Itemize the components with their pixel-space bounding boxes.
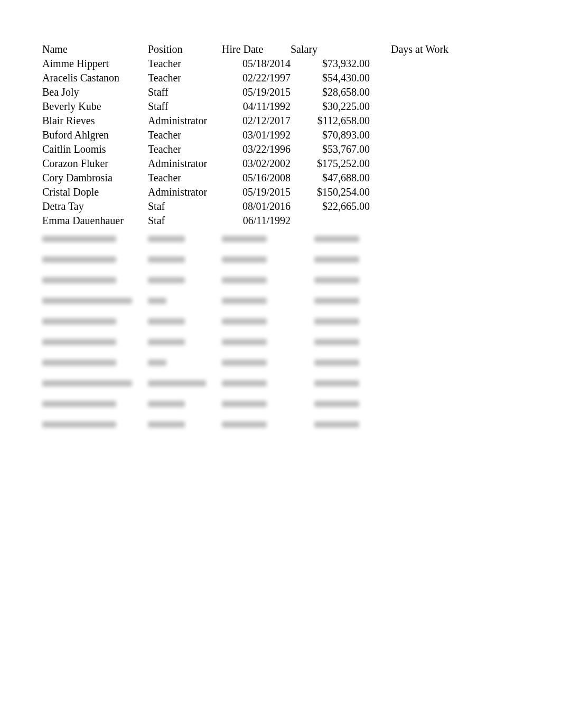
- table-row: Cory Dambrosia Teacher 05/16/2008 $47,68…: [42, 171, 454, 185]
- obscured-text: [148, 331, 222, 352]
- cell-position: Administrator: [148, 156, 222, 171]
- cell-hire-date: 08/01/2016: [222, 199, 291, 214]
- col-header-position: Position: [148, 42, 222, 57]
- cell-days: [370, 199, 454, 214]
- table-row-obscured: [42, 352, 454, 372]
- obscured-text: [42, 310, 148, 331]
- obscured-text: [291, 393, 370, 413]
- cell-position: Staf: [148, 214, 222, 228]
- obscured-text: [291, 352, 370, 372]
- cell-name: Corazon Fluker: [42, 156, 148, 171]
- table-row-obscured: [42, 393, 454, 413]
- obscured-text: [222, 352, 291, 372]
- cell-salary: $53,767.00: [291, 142, 370, 156]
- cell-position: Teacher: [148, 128, 222, 142]
- obscured-text: [148, 372, 222, 393]
- obscured-text: [222, 290, 291, 310]
- table-row: Bea Joly Staff 05/19/2015 $28,658.00: [42, 85, 454, 99]
- cell-salary: $150,254.00: [291, 185, 370, 199]
- obscured-text: [291, 248, 370, 269]
- obscured-text: [370, 393, 454, 413]
- cell-hire-date: 03/22/1996: [222, 142, 291, 156]
- table-row: Corazon Fluker Administrator 03/02/2002 …: [42, 156, 454, 171]
- cell-hire-date: 02/12/2017: [222, 114, 291, 128]
- col-header-days: Days at Work: [370, 42, 454, 57]
- table-row: Cristal Dople Administrator 05/19/2015 $…: [42, 185, 454, 199]
- cell-hire-date: 05/18/2014: [222, 57, 291, 71]
- table-row-obscured: [42, 331, 454, 352]
- obscured-text: [42, 413, 148, 434]
- obscured-text: [291, 331, 370, 352]
- cell-hire-date: 03/02/2002: [222, 156, 291, 171]
- cell-name: Cory Dambrosia: [42, 171, 148, 185]
- table-row: Emma Dauenhauer Staf 06/11/1992: [42, 214, 454, 228]
- cell-hire-date: 03/01/1992: [222, 128, 291, 142]
- obscured-text: [42, 331, 148, 352]
- employee-table: Name Position Hire Date Salary Days at W…: [42, 42, 454, 434]
- cell-name: Aracelis Castanon: [42, 71, 148, 85]
- cell-days: [370, 128, 454, 142]
- obscured-text: [291, 372, 370, 393]
- cell-position: Teacher: [148, 71, 222, 85]
- obscured-text: [42, 393, 148, 413]
- cell-hire-date: 02/22/1997: [222, 71, 291, 85]
- obscured-text: [148, 352, 222, 372]
- cell-salary: $175,252.00: [291, 156, 370, 171]
- obscured-text: [370, 290, 454, 310]
- cell-salary: $73,932.00: [291, 57, 370, 71]
- cell-hire-date: 05/19/2015: [222, 85, 291, 99]
- obscured-text: [148, 393, 222, 413]
- table-row: Beverly Kube Staff 04/11/1992 $30,225.00: [42, 99, 454, 114]
- obscured-text: [222, 269, 291, 290]
- obscured-text: [148, 228, 222, 248]
- obscured-text: [370, 310, 454, 331]
- obscured-text: [42, 228, 148, 248]
- cell-salary: $112,658.00: [291, 114, 370, 128]
- cell-salary: $54,430.00: [291, 71, 370, 85]
- obscured-text: [42, 269, 148, 290]
- table-row: Aracelis Castanon Teacher 02/22/1997 $54…: [42, 71, 454, 85]
- table-row: Blair Rieves Administrator 02/12/2017 $1…: [42, 114, 454, 128]
- cell-position: Teacher: [148, 142, 222, 156]
- obscured-text: [42, 248, 148, 269]
- cell-name: Emma Dauenhauer: [42, 214, 148, 228]
- table-row: Caitlin Loomis Teacher 03/22/1996 $53,76…: [42, 142, 454, 156]
- cell-days: [370, 85, 454, 99]
- table-row: Buford Ahlgren Teacher 03/01/1992 $70,89…: [42, 128, 454, 142]
- cell-name: Blair Rieves: [42, 114, 148, 128]
- obscured-text: [222, 228, 291, 248]
- table-row: Aimme Hippert Teacher 05/18/2014 $73,932…: [42, 57, 454, 71]
- cell-days: [370, 57, 454, 71]
- table-row-obscured: [42, 310, 454, 331]
- table-row-obscured: [42, 290, 454, 310]
- obscured-text: [222, 248, 291, 269]
- obscured-text: [148, 290, 222, 310]
- cell-name: Detra Tay: [42, 199, 148, 214]
- cell-days: [370, 156, 454, 171]
- cell-name: Beverly Kube: [42, 99, 148, 114]
- obscured-text: [42, 372, 148, 393]
- obscured-text: [148, 413, 222, 434]
- cell-position: Teacher: [148, 57, 222, 71]
- obscured-text: [291, 269, 370, 290]
- cell-name: Aimme Hippert: [42, 57, 148, 71]
- cell-days: [370, 214, 454, 228]
- col-header-name: Name: [42, 42, 148, 57]
- obscured-text: [291, 290, 370, 310]
- table-header-row: Name Position Hire Date Salary Days at W…: [42, 42, 454, 57]
- obscured-text: [222, 310, 291, 331]
- cell-position: Administrator: [148, 185, 222, 199]
- cell-name: Buford Ahlgren: [42, 128, 148, 142]
- col-header-salary: Salary: [291, 42, 370, 57]
- obscured-text: [291, 413, 370, 434]
- obscured-text: [148, 248, 222, 269]
- cell-position: Administrator: [148, 114, 222, 128]
- obscured-text: [148, 310, 222, 331]
- obscured-text: [222, 331, 291, 352]
- cell-hire-date: 05/16/2008: [222, 171, 291, 185]
- obscured-text: [370, 248, 454, 269]
- cell-position: Teacher: [148, 171, 222, 185]
- cell-hire-date: 04/11/1992: [222, 99, 291, 114]
- obscured-text: [370, 413, 454, 434]
- obscured-text: [42, 290, 148, 310]
